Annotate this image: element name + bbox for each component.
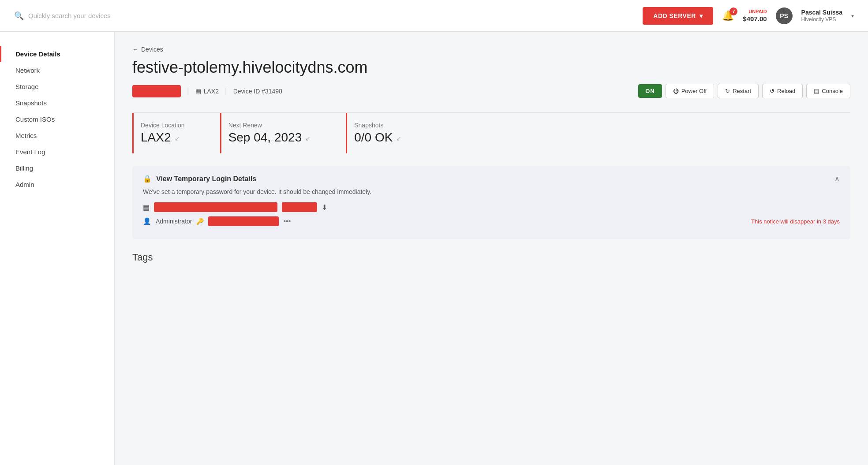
breadcrumb-label: Devices (141, 46, 163, 53)
user-menu-chevron-icon[interactable]: ▾ (851, 13, 854, 19)
reload-label: Reload (777, 88, 795, 94)
device-meta-row: | ▤ LAX2 | Device ID #31498 ON ⏻ Power O… (132, 84, 850, 98)
restart-label: Restart (733, 88, 751, 94)
expand-icon-location: ↙ (175, 135, 180, 142)
lock-icon: 🔒 (143, 175, 152, 183)
status-badge (132, 85, 181, 97)
notification-badge: 7 (730, 7, 737, 15)
header-right: ADD SERVER ▾ 🔔 7 UNPAID $407.00 PS Pasca… (643, 7, 854, 25)
sidebar-item-network[interactable]: Network (0, 62, 114, 78)
billing-label: UNPAID (743, 8, 767, 15)
login-details-title-text: View Temporary Login Details (156, 175, 256, 183)
renew-panel-value: Sep 04, 2023 ↙ (228, 130, 311, 145)
key-icon: 🔑 (196, 218, 204, 225)
login-details-collapse-icon[interactable]: ∧ (834, 175, 840, 183)
breadcrumb[interactable]: ← Devices (132, 46, 850, 53)
login-details-box: 🔒 View Temporary Login Details ∧ We've s… (132, 166, 850, 239)
restart-icon: ↻ (725, 88, 730, 94)
add-server-chevron-icon: ▾ (700, 12, 703, 19)
sidebar-item-billing[interactable]: Billing (0, 160, 114, 176)
add-server-button[interactable]: ADD SERVER ▾ (643, 7, 713, 25)
location-panel-label: Device Location (141, 122, 185, 129)
login-details-title: 🔒 View Temporary Login Details (143, 175, 256, 183)
sidebar-item-admin[interactable]: Admin (0, 176, 114, 193)
expand-icon-snapshots: ↙ (396, 135, 401, 142)
breadcrumb-arrow-icon: ← (132, 46, 138, 53)
sidebar-item-label: Snapshots (15, 99, 47, 107)
search-area: 🔍 Quickly search your devices (14, 11, 636, 21)
device-location-value: LAX2 (204, 88, 219, 95)
search-placeholder[interactable]: Quickly search your devices (28, 12, 111, 19)
console-button[interactable]: ▤ Console (806, 84, 850, 98)
server-icon: ▤ (195, 88, 201, 95)
reload-button[interactable]: ↺ Reload (762, 84, 803, 98)
sidebar-item-custom-isos[interactable]: Custom ISOs (0, 111, 114, 127)
user-company: Hivelocity VPS (801, 16, 842, 23)
notice-text: This notice will disappear in 3 days (751, 218, 840, 225)
tags-section: Tags (132, 252, 850, 263)
info-panels: Device Location LAX2 ↙ Next Renew Sep 04… (132, 112, 850, 153)
sidebar-item-label: Storage (15, 83, 39, 90)
user-name: Pascal Suissa (801, 8, 842, 16)
port-redacted (282, 202, 317, 212)
meta-separator-2: | (225, 86, 227, 96)
billing-amount: $407.00 (743, 15, 767, 23)
login-details-description: We've set a temporary password for your … (143, 188, 840, 195)
password-redacted (208, 216, 279, 226)
console-label: Console (822, 88, 843, 94)
renew-panel-label: Next Renew (228, 122, 311, 129)
main-container: Device Details Network Storage Snapshots… (0, 32, 868, 465)
power-off-button[interactable]: ⏻ Power Off (666, 84, 715, 98)
sidebar-item-label: Custom ISOs (15, 115, 55, 123)
ip-address-redacted (154, 202, 277, 212)
sidebar-item-metrics[interactable]: Metrics (0, 127, 114, 144)
device-id-meta: Device ID #31498 (233, 88, 282, 95)
more-options-icon[interactable]: ••• (283, 217, 291, 225)
reload-icon: ↺ (770, 88, 774, 94)
snapshots-panel-label: Snapshots (354, 122, 401, 129)
avatar[interactable]: PS (776, 7, 793, 24)
login-credentials-row: 👤 Administrator 🔑 ••• This notice will d… (143, 216, 840, 226)
sidebar-item-label: Metrics (15, 132, 37, 139)
device-actions: ON ⏻ Power Off ↻ Restart ↺ Reload ▤ Cons… (638, 84, 850, 98)
info-panel-renew: Next Renew Sep 04, 2023 ↙ (220, 113, 329, 153)
sidebar: Device Details Network Storage Snapshots… (0, 32, 115, 465)
restart-button[interactable]: ↻ Restart (718, 84, 759, 98)
power-off-label: Power Off (681, 88, 707, 94)
snapshots-value: 0/0 OK (354, 130, 393, 145)
main-content: ← Devices festive-ptolemy.hivelocitydns.… (115, 32, 868, 465)
terminal-icon: ▤ (143, 203, 150, 212)
sidebar-item-label: Device Details (15, 50, 60, 58)
info-panel-snapshots: Snapshots 0/0 OK ↙ (346, 113, 419, 153)
header: 🔍 Quickly search your devices ADD SERVER… (0, 0, 868, 32)
sidebar-item-label: Network (15, 67, 40, 74)
notification-button[interactable]: 🔔 7 (722, 10, 734, 22)
info-panel-location: Device Location LAX2 ↙ (132, 113, 202, 153)
expand-icon-renew: ↙ (305, 135, 311, 142)
user-info: Pascal Suissa Hivelocity VPS (801, 8, 842, 23)
location-panel-value: LAX2 ↙ (141, 130, 185, 145)
sidebar-item-storage[interactable]: Storage (0, 78, 114, 95)
login-ip-row: ▤ ⬇ (143, 202, 840, 212)
billing-info: UNPAID $407.00 (743, 8, 767, 23)
download-icon[interactable]: ⬇ (322, 203, 327, 212)
meta-separator-1: | (187, 86, 189, 96)
power-on-button[interactable]: ON (638, 84, 662, 98)
sidebar-item-device-details[interactable]: Device Details (0, 46, 114, 62)
device-location-meta: ▤ LAX2 (195, 88, 219, 95)
power-icon: ⏻ (673, 88, 679, 94)
snapshots-panel-value: 0/0 OK ↙ (354, 130, 401, 145)
sidebar-item-snapshots[interactable]: Snapshots (0, 95, 114, 111)
add-server-label: ADD SERVER (653, 12, 696, 19)
sidebar-item-event-log[interactable]: Event Log (0, 144, 114, 160)
login-details-header: 🔒 View Temporary Login Details ∧ (143, 175, 840, 183)
user-icon: 👤 (143, 217, 151, 225)
search-icon: 🔍 (14, 11, 24, 21)
tags-title: Tags (132, 252, 850, 263)
device-id-value: Device ID #31498 (233, 88, 282, 95)
sidebar-item-label: Admin (15, 181, 34, 188)
sidebar-item-label: Billing (15, 164, 33, 172)
location-value: LAX2 (141, 130, 171, 145)
page-title: festive-ptolemy.hivelocitydns.com (132, 58, 850, 77)
console-icon: ▤ (814, 88, 819, 94)
